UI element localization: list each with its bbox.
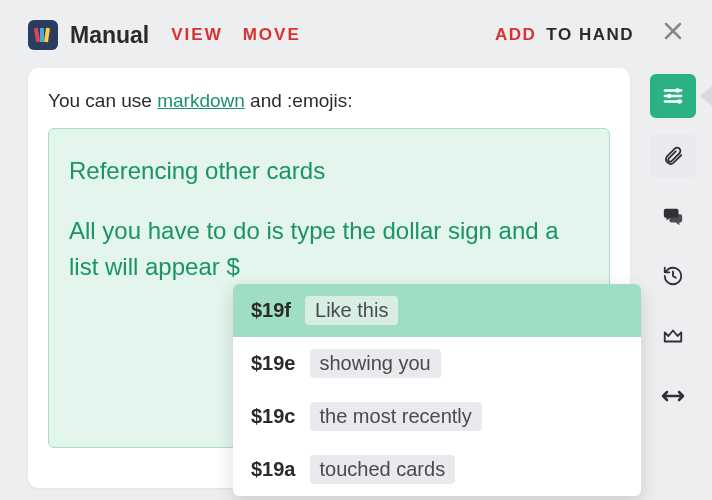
paperclip-button[interactable] xyxy=(650,134,696,178)
markdown-link[interactable]: markdown xyxy=(157,90,245,111)
editor-body: All you have to do is type the dollar si… xyxy=(69,213,589,285)
comments-button[interactable] xyxy=(650,194,696,238)
close-icon xyxy=(664,22,682,40)
add-link[interactable]: ADD xyxy=(495,25,536,45)
suggestion-id: $19a xyxy=(251,458,296,481)
settings-sliders-button[interactable] xyxy=(650,74,696,118)
suggestion-id: $19f xyxy=(251,299,291,322)
resize-horizontal-icon xyxy=(661,388,685,404)
close-button[interactable] xyxy=(662,20,684,42)
to-hand-label[interactable]: TO HAND xyxy=(546,25,634,45)
autocomplete-suggestions: $19fLike this$19eshowing you$19cthe most… xyxy=(233,284,641,496)
suggestion-row[interactable]: $19cthe most recently xyxy=(233,390,641,443)
svg-rect-1 xyxy=(40,28,44,42)
svg-point-5 xyxy=(677,99,682,104)
paperclip-icon xyxy=(662,145,684,167)
svg-rect-2 xyxy=(44,28,50,42)
resize-horizontal-button[interactable] xyxy=(650,374,696,418)
active-pointer xyxy=(700,86,712,106)
suggestion-label: touched cards xyxy=(310,455,456,484)
svg-rect-0 xyxy=(34,28,40,42)
history-icon xyxy=(662,265,684,287)
editor-heading: Referencing other cards xyxy=(69,153,589,189)
info-line: You can use markdown and :emojis: xyxy=(48,90,610,112)
right-sidebar xyxy=(650,74,696,418)
app-logo xyxy=(28,20,58,50)
move-link[interactable]: MOVE xyxy=(243,25,301,45)
suggestion-row[interactable]: $19atouched cards xyxy=(233,443,641,496)
suggestion-label: showing you xyxy=(310,349,441,378)
crown-icon xyxy=(661,325,685,347)
suggestion-id: $19c xyxy=(251,405,296,428)
suggestion-label: the most recently xyxy=(310,402,482,431)
info-prefix: You can use xyxy=(48,90,157,111)
crown-button[interactable] xyxy=(650,314,696,358)
editor-card: You can use markdown and :emojis: Refere… xyxy=(28,68,630,488)
suggestion-row[interactable]: $19eshowing you xyxy=(233,337,641,390)
suggestion-row[interactable]: $19fLike this xyxy=(233,284,641,337)
history-button[interactable] xyxy=(650,254,696,298)
header: Manual VIEW MOVE ADD TO HAND xyxy=(0,0,712,66)
svg-point-4 xyxy=(667,94,672,99)
suggestion-id: $19e xyxy=(251,352,296,375)
books-icon xyxy=(33,25,53,45)
page-title: Manual xyxy=(70,22,149,49)
settings-sliders-icon xyxy=(662,85,684,107)
comments-icon xyxy=(661,205,685,227)
suggestion-label: Like this xyxy=(305,296,398,325)
svg-point-3 xyxy=(675,88,680,93)
info-suffix: and :emojis: xyxy=(245,90,353,111)
view-link[interactable]: VIEW xyxy=(171,25,222,45)
